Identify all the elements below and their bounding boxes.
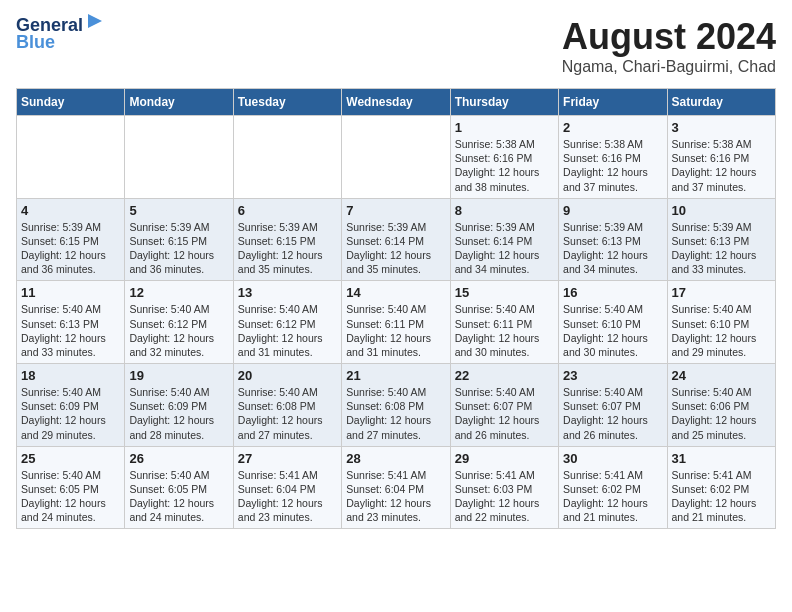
weekday-header-sunday: Sunday (17, 89, 125, 116)
day-number: 2 (563, 120, 662, 135)
calendar-cell: 24Sunrise: 5:40 AM Sunset: 6:06 PM Dayli… (667, 364, 775, 447)
weekday-header-row: SundayMondayTuesdayWednesdayThursdayFrid… (17, 89, 776, 116)
calendar-cell (233, 116, 341, 199)
day-number: 12 (129, 285, 228, 300)
calendar-cell: 12Sunrise: 5:40 AM Sunset: 6:12 PM Dayli… (125, 281, 233, 364)
calendar-cell: 7Sunrise: 5:39 AM Sunset: 6:14 PM Daylig… (342, 198, 450, 281)
calendar-cell: 9Sunrise: 5:39 AM Sunset: 6:13 PM Daylig… (559, 198, 667, 281)
calendar-cell: 23Sunrise: 5:40 AM Sunset: 6:07 PM Dayli… (559, 364, 667, 447)
calendar-cell: 31Sunrise: 5:41 AM Sunset: 6:02 PM Dayli… (667, 446, 775, 529)
day-info: Sunrise: 5:39 AM Sunset: 6:14 PM Dayligh… (346, 220, 445, 277)
weekday-header-friday: Friday (559, 89, 667, 116)
day-info: Sunrise: 5:40 AM Sunset: 6:11 PM Dayligh… (455, 302, 554, 359)
day-number: 15 (455, 285, 554, 300)
day-number: 25 (21, 451, 120, 466)
day-info: Sunrise: 5:41 AM Sunset: 6:02 PM Dayligh… (672, 468, 771, 525)
day-info: Sunrise: 5:41 AM Sunset: 6:02 PM Dayligh… (563, 468, 662, 525)
day-info: Sunrise: 5:40 AM Sunset: 6:10 PM Dayligh… (563, 302, 662, 359)
location-subtitle: Ngama, Chari-Baguirmi, Chad (562, 58, 776, 76)
day-number: 1 (455, 120, 554, 135)
day-info: Sunrise: 5:40 AM Sunset: 6:09 PM Dayligh… (129, 385, 228, 442)
day-number: 29 (455, 451, 554, 466)
day-number: 14 (346, 285, 445, 300)
day-number: 19 (129, 368, 228, 383)
day-number: 6 (238, 203, 337, 218)
day-number: 7 (346, 203, 445, 218)
day-info: Sunrise: 5:41 AM Sunset: 6:03 PM Dayligh… (455, 468, 554, 525)
day-number: 22 (455, 368, 554, 383)
weekday-header-monday: Monday (125, 89, 233, 116)
day-info: Sunrise: 5:40 AM Sunset: 6:10 PM Dayligh… (672, 302, 771, 359)
day-number: 17 (672, 285, 771, 300)
calendar-cell (17, 116, 125, 199)
weekday-header-thursday: Thursday (450, 89, 558, 116)
calendar-cell: 25Sunrise: 5:40 AM Sunset: 6:05 PM Dayli… (17, 446, 125, 529)
day-info: Sunrise: 5:39 AM Sunset: 6:15 PM Dayligh… (129, 220, 228, 277)
day-info: Sunrise: 5:40 AM Sunset: 6:08 PM Dayligh… (238, 385, 337, 442)
day-number: 27 (238, 451, 337, 466)
weekday-header-wednesday: Wednesday (342, 89, 450, 116)
calendar-cell: 14Sunrise: 5:40 AM Sunset: 6:11 PM Dayli… (342, 281, 450, 364)
day-number: 24 (672, 368, 771, 383)
week-row-1: 1Sunrise: 5:38 AM Sunset: 6:16 PM Daylig… (17, 116, 776, 199)
weekday-header-saturday: Saturday (667, 89, 775, 116)
day-info: Sunrise: 5:39 AM Sunset: 6:14 PM Dayligh… (455, 220, 554, 277)
header: General Blue August 2024 Ngama, Chari-Ba… (16, 16, 776, 76)
logo-blue-text: Blue (16, 32, 55, 53)
day-info: Sunrise: 5:38 AM Sunset: 6:16 PM Dayligh… (455, 137, 554, 194)
day-number: 23 (563, 368, 662, 383)
calendar-cell: 4Sunrise: 5:39 AM Sunset: 6:15 PM Daylig… (17, 198, 125, 281)
calendar-cell: 27Sunrise: 5:41 AM Sunset: 6:04 PM Dayli… (233, 446, 341, 529)
day-number: 26 (129, 451, 228, 466)
calendar-cell: 15Sunrise: 5:40 AM Sunset: 6:11 PM Dayli… (450, 281, 558, 364)
day-info: Sunrise: 5:40 AM Sunset: 6:09 PM Dayligh… (21, 385, 120, 442)
day-info: Sunrise: 5:40 AM Sunset: 6:13 PM Dayligh… (21, 302, 120, 359)
calendar-cell: 22Sunrise: 5:40 AM Sunset: 6:07 PM Dayli… (450, 364, 558, 447)
calendar-cell: 3Sunrise: 5:38 AM Sunset: 6:16 PM Daylig… (667, 116, 775, 199)
day-info: Sunrise: 5:39 AM Sunset: 6:15 PM Dayligh… (21, 220, 120, 277)
calendar-cell: 2Sunrise: 5:38 AM Sunset: 6:16 PM Daylig… (559, 116, 667, 199)
calendar-cell: 18Sunrise: 5:40 AM Sunset: 6:09 PM Dayli… (17, 364, 125, 447)
calendar-cell: 16Sunrise: 5:40 AM Sunset: 6:10 PM Dayli… (559, 281, 667, 364)
day-number: 20 (238, 368, 337, 383)
day-number: 4 (21, 203, 120, 218)
day-info: Sunrise: 5:40 AM Sunset: 6:12 PM Dayligh… (129, 302, 228, 359)
calendar-cell: 30Sunrise: 5:41 AM Sunset: 6:02 PM Dayli… (559, 446, 667, 529)
day-info: Sunrise: 5:41 AM Sunset: 6:04 PM Dayligh… (346, 468, 445, 525)
calendar-cell: 20Sunrise: 5:40 AM Sunset: 6:08 PM Dayli… (233, 364, 341, 447)
calendar-cell: 28Sunrise: 5:41 AM Sunset: 6:04 PM Dayli… (342, 446, 450, 529)
logo: General Blue (16, 16, 104, 53)
title-section: August 2024 Ngama, Chari-Baguirmi, Chad (562, 16, 776, 76)
day-number: 30 (563, 451, 662, 466)
week-row-5: 25Sunrise: 5:40 AM Sunset: 6:05 PM Dayli… (17, 446, 776, 529)
calendar-cell: 17Sunrise: 5:40 AM Sunset: 6:10 PM Dayli… (667, 281, 775, 364)
calendar-cell: 26Sunrise: 5:40 AM Sunset: 6:05 PM Dayli… (125, 446, 233, 529)
day-number: 10 (672, 203, 771, 218)
svg-marker-0 (88, 14, 102, 28)
day-info: Sunrise: 5:40 AM Sunset: 6:08 PM Dayligh… (346, 385, 445, 442)
calendar-cell: 5Sunrise: 5:39 AM Sunset: 6:15 PM Daylig… (125, 198, 233, 281)
weekday-header-tuesday: Tuesday (233, 89, 341, 116)
day-number: 28 (346, 451, 445, 466)
day-info: Sunrise: 5:40 AM Sunset: 6:07 PM Dayligh… (563, 385, 662, 442)
week-row-3: 11Sunrise: 5:40 AM Sunset: 6:13 PM Dayli… (17, 281, 776, 364)
calendar-cell (342, 116, 450, 199)
day-info: Sunrise: 5:40 AM Sunset: 6:06 PM Dayligh… (672, 385, 771, 442)
day-info: Sunrise: 5:39 AM Sunset: 6:13 PM Dayligh… (672, 220, 771, 277)
day-number: 31 (672, 451, 771, 466)
day-number: 11 (21, 285, 120, 300)
calendar-table: SundayMondayTuesdayWednesdayThursdayFrid… (16, 88, 776, 529)
calendar-cell (125, 116, 233, 199)
day-number: 21 (346, 368, 445, 383)
day-info: Sunrise: 5:39 AM Sunset: 6:15 PM Dayligh… (238, 220, 337, 277)
calendar-cell: 10Sunrise: 5:39 AM Sunset: 6:13 PM Dayli… (667, 198, 775, 281)
day-number: 13 (238, 285, 337, 300)
day-number: 16 (563, 285, 662, 300)
calendar-cell: 6Sunrise: 5:39 AM Sunset: 6:15 PM Daylig… (233, 198, 341, 281)
week-row-2: 4Sunrise: 5:39 AM Sunset: 6:15 PM Daylig… (17, 198, 776, 281)
day-number: 3 (672, 120, 771, 135)
day-info: Sunrise: 5:40 AM Sunset: 6:05 PM Dayligh… (21, 468, 120, 525)
day-info: Sunrise: 5:41 AM Sunset: 6:04 PM Dayligh… (238, 468, 337, 525)
day-info: Sunrise: 5:39 AM Sunset: 6:13 PM Dayligh… (563, 220, 662, 277)
day-info: Sunrise: 5:40 AM Sunset: 6:12 PM Dayligh… (238, 302, 337, 359)
